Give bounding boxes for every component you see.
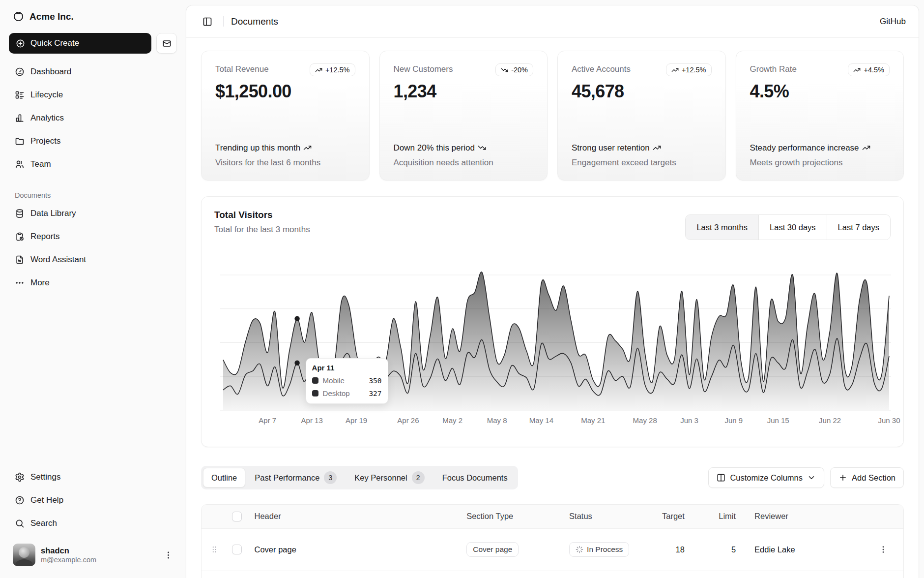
mobile-series-swatch	[312, 377, 318, 384]
svg-text:Apr 19: Apr 19	[346, 416, 367, 425]
sidebar-nav-footer: Settings Get Help Search	[8, 468, 178, 533]
main-header: Documents GitHub	[186, 5, 919, 38]
columns-icon	[717, 473, 725, 482]
drag-column-header	[202, 505, 227, 528]
sidebar-item-lifecycle[interactable]: Lifecycle	[9, 86, 177, 104]
kebab-icon	[879, 545, 888, 554]
section-tabs-row: Outline Past Performance3 Key Personnel2…	[201, 466, 904, 489]
svg-text:May 28: May 28	[633, 416, 657, 425]
svg-text:Jun 30: Jun 30	[878, 416, 900, 425]
svg-text:Apr 13: Apr 13	[301, 416, 323, 425]
sidebar: Acme Inc. Quick Create Dashboard Lifecyc…	[0, 0, 186, 578]
trend-badge: -20%	[495, 63, 533, 76]
sidebar-item-reports[interactable]: Reports	[9, 227, 177, 246]
cell-header[interactable]: Table of contents	[250, 571, 462, 578]
sidebar-nav-main: Dashboard Lifecycle Analytics Projects T…	[8, 62, 178, 174]
cell-reviewer[interactable]: Eddie Lake	[750, 571, 870, 578]
stat-footer-desc: Engagement exceed targets	[572, 158, 712, 168]
loader-icon	[576, 546, 583, 553]
svg-text:Jun 22: Jun 22	[819, 416, 841, 425]
row-actions-button[interactable]	[875, 542, 891, 557]
svg-text:May 8: May 8	[487, 416, 507, 425]
stat-value: 1,234	[394, 81, 534, 102]
range-option-3-months[interactable]: Last 3 months	[686, 215, 758, 240]
cell-limit[interactable]: 5	[698, 528, 750, 571]
svg-text:Apr 26: Apr 26	[397, 416, 419, 425]
row-checkbox[interactable]	[232, 545, 242, 554]
quick-create-button[interactable]: Quick Create	[9, 33, 151, 54]
table-header-row: Header Section Type Status Target Limit …	[202, 505, 903, 528]
trending-down-icon	[501, 66, 508, 74]
trend-badge: +12.5%	[666, 63, 712, 76]
user-email: m@example.com	[41, 556, 96, 564]
stat-footer-title: Strong user retention	[572, 143, 712, 153]
user-menu[interactable]: shadcn m@example.com	[8, 540, 178, 570]
stat-cards: Total Revenue +12.5% $1,250.00 Trending …	[201, 51, 904, 181]
column-header: Status	[564, 505, 657, 528]
cell-target[interactable]: 18	[657, 528, 698, 571]
stat-label: Total Revenue	[215, 63, 269, 74]
brand[interactable]: Acme Inc.	[8, 7, 178, 26]
sidebar-item-settings[interactable]: Settings	[9, 468, 177, 487]
user-menu-dots-icon[interactable]	[164, 550, 173, 560]
sidebar-item-analytics[interactable]: Analytics	[9, 109, 177, 127]
tab-outline[interactable]: Outline	[203, 468, 245, 487]
trend-badge: +4.5%	[848, 63, 890, 76]
sidebar-item-search[interactable]: Search	[9, 514, 177, 533]
tab-past-performance[interactable]: Past Performance3	[246, 468, 345, 487]
trending-up-icon	[303, 144, 312, 152]
sidebar-item-get-help[interactable]: Get Help	[9, 491, 177, 510]
page-title: Documents	[231, 16, 278, 27]
plus-circle-icon	[16, 39, 25, 48]
customize-columns-button[interactable]: Customize Columns	[708, 467, 824, 488]
area-chart[interactable]: Apr 7Apr 13Apr 19Apr 26May 2May 8May 14M…	[214, 270, 891, 427]
sidebar-item-projects[interactable]: Projects	[9, 132, 177, 151]
cell-reviewer[interactable]: Eddie Lake	[750, 528, 870, 571]
range-toggle-group: Last 3 months Last 30 days Last 7 days	[685, 214, 891, 240]
select-all-checkbox[interactable]	[232, 512, 242, 521]
range-option-7-days[interactable]: Last 7 days	[827, 215, 890, 240]
sidebar-item-team[interactable]: Team	[9, 155, 177, 174]
tab-focus-documents[interactable]: Focus Documents	[434, 468, 516, 487]
folder-icon	[15, 136, 25, 146]
stat-value: 4.5%	[750, 81, 890, 102]
add-section-button[interactable]: Add Section	[830, 467, 904, 488]
file-word-icon	[15, 255, 25, 265]
stat-footer-title: Trending up this month	[215, 143, 355, 153]
sidebar-item-data-library[interactable]: Data Library	[9, 204, 177, 223]
section-type-badge: Cover page	[466, 542, 519, 557]
sidebar-item-more[interactable]: More	[9, 274, 177, 292]
tab-key-personnel[interactable]: Key Personnel2	[346, 468, 433, 487]
stat-footer-title: Down 20% this period	[394, 143, 534, 153]
actions-column-header	[870, 505, 903, 528]
trending-up-icon	[862, 144, 870, 152]
app-root: Acme Inc. Quick Create Dashboard Lifecyc…	[0, 0, 924, 578]
svg-text:May 2: May 2	[442, 416, 462, 425]
cell-limit[interactable]: 24	[698, 571, 750, 578]
sidebar-item-dashboard[interactable]: Dashboard	[9, 62, 177, 81]
sidebar-group-label: Documents	[8, 191, 178, 199]
main-content: Total Revenue +12.5% $1,250.00 Trending …	[186, 38, 919, 578]
drag-handle-icon[interactable]	[206, 545, 222, 554]
sidebar-item-word-assistant[interactable]: Word Assistant	[9, 250, 177, 269]
section-tabs: Outline Past Performance3 Key Personnel2…	[201, 466, 518, 489]
range-option-30-days[interactable]: Last 30 days	[758, 215, 827, 240]
tooltip-row-mobile: Mobile 350	[312, 376, 382, 385]
chevron-down-icon	[807, 473, 816, 482]
svg-text:Jun 15: Jun 15	[767, 416, 789, 425]
help-circle-icon	[15, 495, 25, 505]
report-icon	[15, 232, 25, 242]
cell-target[interactable]: 29	[657, 571, 698, 578]
column-header: Section Type	[462, 505, 564, 528]
table-toolbar: Customize Columns Add Section	[708, 467, 904, 488]
avatar	[13, 544, 35, 566]
svg-text:May 21: May 21	[581, 416, 605, 425]
list-details-icon	[15, 90, 25, 100]
inbox-button[interactable]	[156, 33, 177, 54]
github-link[interactable]: GitHub	[880, 17, 906, 27]
ellipsis-icon	[15, 278, 25, 288]
stat-value: $1,250.00	[215, 81, 355, 102]
cell-header[interactable]: Cover page	[250, 528, 462, 571]
sidebar-toggle-button[interactable]	[199, 13, 216, 30]
gear-icon	[15, 472, 25, 482]
